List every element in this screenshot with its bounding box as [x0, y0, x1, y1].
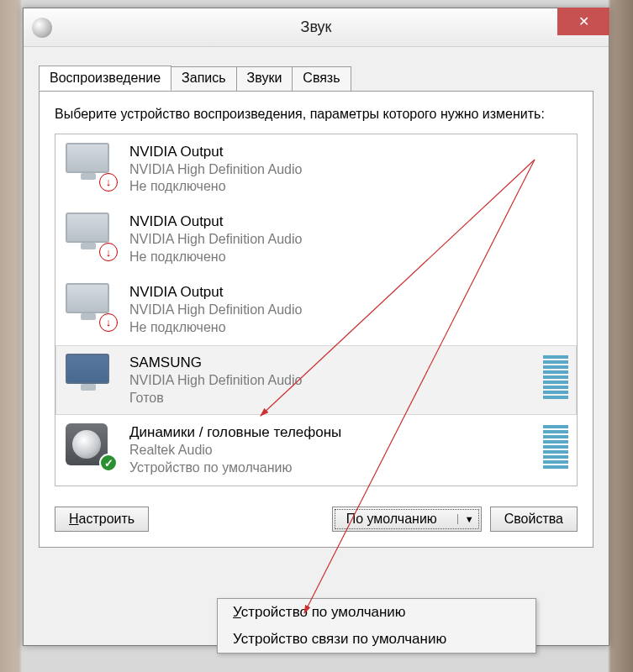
device-name: SAMSUNG — [129, 354, 536, 372]
monitor-icon — [66, 143, 114, 188]
tab-recording[interactable]: Запись — [171, 66, 237, 92]
level-meter-icon — [543, 423, 568, 469]
device-driver: NVIDIA High Definition Audio — [129, 372, 536, 390]
device-name: Динамики / головные телефоны — [129, 423, 536, 442]
device-row[interactable]: NVIDIA OutputNVIDIA High Definition Audi… — [55, 204, 577, 275]
tab-communications[interactable]: Связь — [292, 66, 351, 92]
device-status: Не подключено — [129, 178, 568, 196]
tab-playback[interactable]: Воспроизведение — [39, 66, 171, 91]
device-driver: Realtek Audio — [129, 442, 536, 459]
disconnected-badge-icon — [99, 313, 118, 332]
configure-button[interactable]: Настроить — [55, 507, 149, 532]
device-list[interactable]: NVIDIA OutputNVIDIA High Definition Audi… — [55, 134, 578, 486]
monitor-icon — [66, 283, 114, 328]
device-status: Готов — [129, 390, 536, 407]
titlebar[interactable]: Звук ✕ — [24, 8, 609, 47]
default-dropdown-menu[interactable]: Устройство по умолчанию Устройство связи… — [217, 598, 536, 654]
menu-item-default-comm-device[interactable]: Устройство связи по умолчанию — [218, 626, 535, 653]
check-badge-icon — [99, 454, 118, 472]
button-row: Настроить По умолчанию ▼ Свойства — [55, 507, 578, 532]
close-button[interactable]: ✕ — [557, 8, 609, 35]
device-driver: NVIDIA High Definition Audio — [129, 302, 568, 319]
device-name: NVIDIA Output — [129, 283, 568, 302]
sound-dialog: Звук ✕ Воспроизведение Запись Звуки Связ… — [23, 8, 609, 646]
disconnected-badge-icon — [99, 173, 118, 192]
set-default-button[interactable]: По умолчанию ▼ — [332, 507, 482, 532]
device-row[interactable]: Динамики / головные телефоныRealtek Audi… — [55, 415, 577, 486]
speaker-icon — [66, 423, 114, 469]
menu-item-default-device[interactable]: Устройство по умолчанию — [218, 599, 535, 626]
device-name: NVIDIA Output — [129, 213, 568, 231]
device-driver: NVIDIA High Definition Audio — [129, 161, 568, 179]
window-title: Звук — [24, 18, 609, 36]
tab-sounds[interactable]: Звуки — [236, 66, 293, 92]
set-default-label: По умолчанию — [346, 512, 437, 527]
device-row[interactable]: NVIDIA OutputNVIDIA High Definition Audi… — [55, 134, 577, 205]
close-icon: ✕ — [578, 13, 589, 29]
tab-panel: Выберите устройство воспроизведения, пар… — [39, 91, 593, 548]
instructions-label: Выберите устройство воспроизведения, пар… — [55, 105, 578, 123]
monitor-active-icon — [66, 354, 114, 399]
device-status: Не подключено — [129, 249, 568, 266]
app-icon — [32, 18, 52, 38]
device-row[interactable]: NVIDIA OutputNVIDIA High Definition Audi… — [55, 275, 577, 345]
device-driver: NVIDIA High Definition Audio — [129, 231, 568, 249]
device-status: Не подключено — [129, 319, 568, 337]
dropdown-caret-icon[interactable]: ▼ — [457, 514, 474, 524]
device-row[interactable]: SAMSUNGNVIDIA High Definition AudioГотов — [55, 345, 577, 416]
device-status: Устройство по умолчанию — [129, 459, 536, 477]
monitor-icon — [66, 213, 114, 258]
tabstrip: Воспроизведение Запись Звуки Связь — [39, 66, 593, 92]
dialog-content: Воспроизведение Запись Звуки Связь Выбер… — [24, 47, 609, 563]
level-meter-icon — [543, 354, 568, 399]
properties-button[interactable]: Свойства — [490, 507, 578, 532]
device-name: NVIDIA Output — [129, 143, 568, 161]
disconnected-badge-icon — [99, 243, 118, 261]
